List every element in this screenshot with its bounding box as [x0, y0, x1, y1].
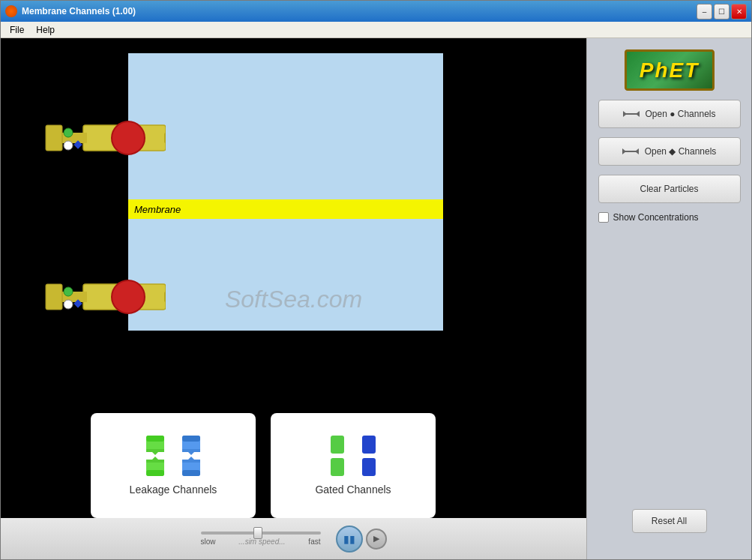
syringe-bottom-svg — [23, 263, 166, 331]
svg-rect-2 — [46, 125, 62, 151]
svg-point-15 — [64, 300, 73, 309]
svg-point-8 — [112, 121, 145, 154]
open-diamond-channels-button[interactable]: Open ◆ Channels — [598, 137, 741, 166]
show-concentrations-row: Show Concentrations — [598, 212, 741, 223]
right-panel: PhET Open ● Channels Open ◆ Channels — [586, 38, 751, 559]
syringe-top-svg — [23, 104, 166, 172]
leakage-channels-label: Leakage Channels — [130, 484, 217, 496]
title-buttons: – ☐ ✕ — [697, 4, 747, 19]
minimize-button[interactable]: – — [697, 4, 712, 19]
svg-rect-19 — [146, 436, 164, 442]
leakage-blue-icon — [181, 436, 202, 476]
reset-all-label: Reset All — [652, 516, 687, 526]
svg-rect-28 — [362, 436, 376, 454]
svg-marker-32 — [636, 111, 640, 117]
channel-cards: Leakage Channels — [91, 413, 436, 518]
speed-center-label: ...sim speed... — [238, 538, 285, 546]
open-circle-channels-button[interactable]: Open ● Channels — [598, 100, 741, 128]
open-diamond-icon — [622, 146, 639, 157]
svg-rect-23 — [182, 436, 200, 442]
membrane-bar: Membrane — [128, 199, 443, 219]
app-window: Membrane Channels (1.00) – ☐ ✕ File Help… — [0, 0, 752, 560]
svg-rect-3 — [164, 133, 166, 143]
svg-point-6 — [64, 141, 73, 150]
sim-viewport — [128, 53, 443, 331]
syringe-top — [23, 104, 166, 172]
svg-marker-34 — [622, 148, 626, 154]
svg-rect-21 — [146, 470, 164, 476]
show-concentrations-label: Show Concentrations — [613, 212, 699, 223]
gated-channels-card[interactable]: Gated Channels — [271, 413, 436, 518]
leakage-channels-card[interactable]: Leakage Channels — [91, 413, 256, 518]
menu-help[interactable]: Help — [30, 23, 61, 37]
speed-slider[interactable] — [201, 532, 321, 535]
playback-buttons: ▮▮ ▶ — [336, 526, 387, 553]
svg-point-5 — [64, 128, 73, 137]
svg-rect-26 — [331, 436, 344, 454]
gated-blue-icon — [361, 436, 377, 476]
title-bar: Membrane Channels (1.00) – ☐ ✕ — [1, 1, 751, 22]
gated-card-icons — [329, 436, 377, 476]
svg-marker-35 — [635, 148, 639, 154]
svg-rect-29 — [362, 458, 376, 476]
sim-area: Membrane SoftSea.com — [1, 38, 586, 559]
svg-rect-11 — [46, 284, 62, 310]
gated-green-icon — [329, 436, 346, 476]
speed-control: slow ...sim speed... fast — [201, 532, 321, 546]
speed-slider-thumb[interactable] — [253, 527, 262, 539]
gated-channels-label: Gated Channels — [315, 484, 391, 496]
leakage-green-icon — [145, 436, 166, 476]
svg-marker-31 — [623, 111, 627, 117]
open-diamond-label: Open ◆ Channels — [645, 146, 717, 157]
pause-button[interactable]: ▮▮ — [336, 526, 363, 553]
open-circle-label: Open ● Channels — [646, 109, 716, 119]
reset-all-button[interactable]: Reset All — [632, 509, 707, 533]
menu-file[interactable]: File — [4, 23, 30, 37]
svg-point-17 — [112, 280, 145, 313]
speed-bar: slow ...sim speed... fast ▮▮ ▶ — [1, 518, 586, 559]
maximize-button[interactable]: ☐ — [714, 4, 730, 19]
speed-fast-label: fast — [308, 538, 320, 546]
syringe-bottom — [23, 263, 166, 331]
title-bar-left: Membrane Channels (1.00) — [5, 5, 136, 17]
svg-rect-12 — [164, 292, 166, 302]
phet-logo-text: PhET — [640, 58, 700, 82]
show-concentrations-checkbox[interactable] — [598, 212, 609, 223]
open-circle-icon — [623, 109, 640, 119]
window-title: Membrane Channels (1.00) — [22, 6, 136, 16]
svg-point-14 — [64, 287, 73, 296]
main-content: Membrane SoftSea.com — [1, 38, 751, 559]
close-button[interactable]: ✕ — [731, 4, 747, 19]
phet-logo: PhET — [625, 49, 715, 91]
sim-container: Membrane SoftSea.com — [1, 38, 586, 559]
svg-rect-27 — [331, 458, 344, 476]
speed-slider-container: slow ...sim speed... fast — [201, 532, 321, 546]
clear-particles-button[interactable]: Clear Particles — [598, 175, 741, 203]
step-button[interactable]: ▶ — [366, 529, 387, 550]
menu-bar: File Help — [1, 22, 751, 38]
clear-particles-label: Clear Particles — [640, 184, 698, 194]
membrane-label: Membrane — [134, 204, 181, 215]
speed-slow-label: slow — [201, 538, 216, 546]
leakage-card-icons — [145, 436, 202, 476]
svg-rect-25 — [182, 470, 200, 476]
app-icon — [5, 5, 17, 17]
